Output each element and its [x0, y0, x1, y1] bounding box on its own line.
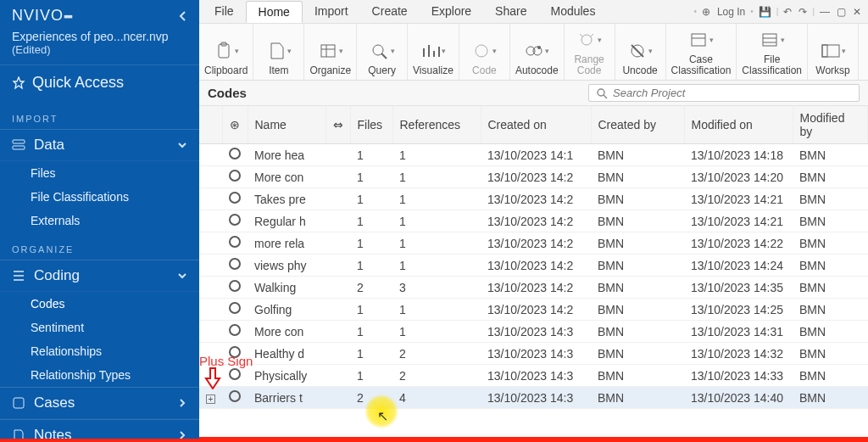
node-icon	[222, 343, 248, 365]
expand-toggle	[199, 166, 222, 188]
col-modified-on[interactable]: Modified on	[684, 106, 793, 144]
sidebar-group-coding[interactable]: Coding	[0, 260, 199, 292]
code-row[interactable]: More con1113/10/2023 14:3BMN13/10/2023 1…	[199, 321, 868, 343]
ribbon-uncode[interactable]: ▾Uncode	[615, 24, 666, 80]
col-link-icon[interactable]: ⇔	[326, 106, 350, 144]
cell-modified-by: BMN	[793, 255, 868, 277]
sidebar-item-reltypes[interactable]: Relationship Types	[0, 363, 199, 387]
node-icon	[222, 255, 248, 277]
cell-refs: 1	[392, 299, 481, 321]
code-row[interactable]: more rela1113/10/2023 14:2BMN13/10/2023 …	[199, 232, 868, 255]
col-references[interactable]: References	[392, 106, 481, 144]
cell-modified-on: 13/10/2023 14:33	[684, 365, 793, 387]
code-row[interactable]: Healthy d1213/10/2023 14:3BMN13/10/2023 …	[199, 343, 868, 365]
menu-tab-home[interactable]: Home	[246, 1, 303, 23]
quick-access[interactable]: Quick Access	[0, 64, 199, 102]
ribbon: ▾Clipboard▾Item▾Organize▾Query▾Visualize…	[199, 24, 868, 81]
coding-icon	[12, 269, 25, 283]
expand-toggle[interactable]: +	[199, 387, 222, 409]
window-close-icon[interactable]: ✕	[849, 4, 865, 20]
search-box[interactable]	[588, 84, 860, 102]
cell-name: More con	[248, 321, 326, 343]
cell-created-by: BMN	[591, 188, 684, 210]
col-modified-by[interactable]: Modified by	[793, 106, 868, 144]
sidebar-collapse-icon[interactable]	[179, 10, 187, 22]
node-icon	[222, 321, 248, 343]
sidebar-item-relationships[interactable]: Relationships	[0, 339, 199, 363]
ribbon-caseclass[interactable]: ▾Case Classification	[666, 24, 737, 80]
query-icon: ▾	[370, 38, 395, 64]
video-progress-bar	[199, 437, 868, 439]
menu-tab-import[interactable]: Import	[303, 1, 360, 23]
code-row[interactable]: Physically1213/10/2023 14:3BMN13/10/2023…	[199, 365, 868, 387]
cell-created-on: 13/10/2023 14:2	[481, 188, 591, 210]
node-icon	[222, 365, 248, 387]
code-row[interactable]: +Barriers t2413/10/2023 14:3BMN13/10/202…	[199, 387, 868, 409]
cell-files: 1	[350, 343, 392, 365]
undo-icon[interactable]: ↶	[780, 4, 795, 20]
ribbon-fileclass[interactable]: ▾File Classification	[737, 24, 808, 80]
ribbon-worksp[interactable]: ▾Worksp	[808, 24, 859, 80]
cell-files: 2	[350, 387, 392, 409]
sidebar-group-data[interactable]: Data	[0, 129, 199, 161]
svg-rect-1	[13, 146, 25, 149]
menu-tab-share[interactable]: Share	[483, 1, 538, 23]
ribbon-organize[interactable]: ▾Organize	[304, 24, 357, 80]
panel-title: Codes	[208, 86, 247, 100]
sidebar-item-sentiment[interactable]: Sentiment	[0, 316, 199, 339]
uncode-icon: ▾	[627, 38, 653, 64]
sidebar-item-files[interactable]: Files	[0, 161, 199, 185]
sidebar-item-codes[interactable]: Codes	[0, 292, 199, 316]
ribbon-item[interactable]: ▾Item	[253, 24, 304, 80]
ribbon-query[interactable]: ▾Query	[357, 24, 408, 80]
save-icon[interactable]: 💾	[755, 4, 775, 20]
cell-modified-by: BMN	[793, 321, 868, 343]
code-row[interactable]: More con1113/10/2023 14:2BMN13/10/2023 1…	[199, 166, 868, 188]
sidebar-group-cases[interactable]: Cases	[0, 387, 199, 419]
col-created-by[interactable]: Created by	[591, 106, 684, 144]
fileclass-icon: ▾	[760, 27, 785, 53]
menu-tab-create[interactable]: Create	[360, 1, 420, 23]
col-files[interactable]: Files	[350, 106, 392, 144]
sidebar-item-fileclass[interactable]: File Classifications	[0, 185, 199, 209]
svg-point-14	[581, 35, 592, 45]
cell-created-by: BMN	[591, 277, 684, 299]
cell-created-by: BMN	[591, 299, 684, 321]
section-organize-label: ORGANIZE	[0, 232, 199, 260]
cell-modified-by: BMN	[793, 188, 868, 210]
code-row[interactable]: Regular h1113/10/2023 14:2BMN13/10/2023 …	[199, 210, 868, 232]
code-row[interactable]: More hea1113/10/2023 14:1BMN13/10/2023 1…	[199, 144, 868, 166]
ribbon-autocode[interactable]: ▾Autocode	[510, 24, 565, 80]
menu-tab-modules[interactable]: Modules	[538, 1, 607, 23]
code-row[interactable]: views phy1113/10/2023 14:2BMN13/10/2023 …	[199, 255, 868, 277]
sidebar-item-externals[interactable]: Externals	[0, 209, 199, 232]
redo-icon[interactable]: ↷	[795, 4, 810, 20]
code-row[interactable]: Golfing1113/10/2023 14:2BMN13/10/2023 14…	[199, 299, 868, 321]
cell-refs: 1	[392, 232, 481, 255]
cell-name: views phy	[248, 255, 326, 277]
menu-tab-file[interactable]: File	[203, 1, 246, 23]
menu-tab-explore[interactable]: Explore	[420, 1, 483, 23]
col-icon[interactable]: ⊛	[222, 106, 248, 144]
cell-modified-by: BMN	[793, 166, 868, 188]
ribbon-visualize[interactable]: ▾Visualize	[408, 24, 459, 80]
search-input[interactable]	[613, 87, 852, 99]
window-minimize-icon[interactable]: —	[816, 4, 833, 20]
svg-point-13	[537, 46, 541, 49]
cell-modified-by: BMN	[793, 299, 868, 321]
window-restore-icon[interactable]: ▢	[833, 4, 849, 20]
ribbon-clipboard[interactable]: ▾Clipboard	[199, 24, 253, 80]
cell-created-by: BMN	[591, 232, 684, 255]
expand-toggle	[199, 321, 222, 343]
col-name[interactable]: Name	[248, 106, 326, 144]
code-row[interactable]: Walking2313/10/2023 14:2BMN13/10/2023 14…	[199, 277, 868, 299]
cell-refs: 4	[392, 387, 481, 409]
col-created-on[interactable]: Created on	[481, 106, 591, 144]
login-link[interactable]: Log In	[714, 4, 748, 20]
chevron-down-icon	[177, 271, 187, 281]
cell-name: Healthy d	[248, 343, 326, 365]
ribbon-expand-icon[interactable]: ⊕	[698, 4, 714, 20]
code-row[interactable]: Takes pre1113/10/2023 14:2BMN13/10/2023 …	[199, 188, 868, 210]
pin-icon	[12, 76, 25, 90]
cell-files: 1	[350, 166, 392, 188]
